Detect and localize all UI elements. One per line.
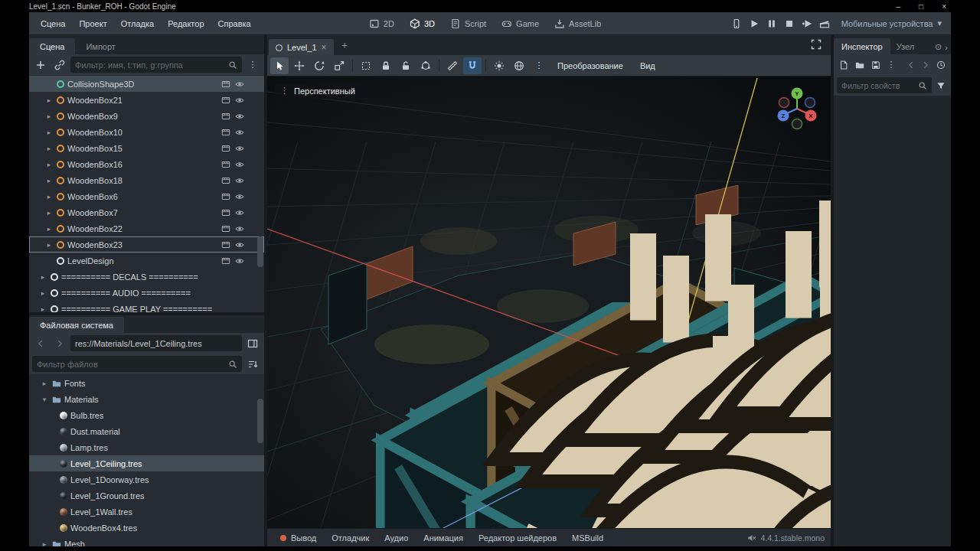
film-icon[interactable] xyxy=(221,80,230,89)
file-sort-button[interactable] xyxy=(244,356,261,373)
expand-arrow[interactable]: ▸ xyxy=(44,209,54,217)
collapse-arrow[interactable]: ▾ xyxy=(40,396,49,403)
property-filter-options-button[interactable] xyxy=(934,77,948,94)
axis-neg-x-ball[interactable] xyxy=(779,98,789,108)
speaker-muted-icon[interactable] xyxy=(747,533,756,543)
tree-row-gameplay-separator[interactable]: ▸ ========== GAME PLAY ========== xyxy=(29,301,264,312)
expand-arrow[interactable]: ▸ xyxy=(40,380,49,387)
menu-project[interactable]: Проект xyxy=(72,16,113,31)
expand-arrow[interactable]: ▸ xyxy=(44,193,54,201)
tree-row-collisionshape3d[interactable]: CollisionShape3D xyxy=(29,76,264,92)
expand-arrow[interactable]: ▸ xyxy=(44,225,54,233)
tree-row-audio-separator[interactable]: ▸ ========== AUDIO ========== xyxy=(29,285,264,301)
axis-neg-z-ball[interactable] xyxy=(805,98,815,108)
tree-row-woodenbox10[interactable]: ▸ WoodenBox10 xyxy=(29,124,264,140)
output-panel-button[interactable]: Вывод xyxy=(273,531,323,545)
tree-row-woodenbox7[interactable]: ▸ WoodenBox7 xyxy=(29,204,264,220)
debugger-panel-button[interactable]: Отладчик xyxy=(325,531,376,545)
film-icon[interactable] xyxy=(221,160,230,169)
eye-icon[interactable] xyxy=(235,144,244,153)
property-filter-input[interactable] xyxy=(841,81,915,90)
tree-row-woodenbox9[interactable]: ▸ WoodenBox9 xyxy=(29,108,264,124)
tab-scene[interactable]: Сцена xyxy=(29,38,75,54)
viewport-3d[interactable]: ⋮ Перспективный xyxy=(267,77,831,528)
view-menu[interactable]: Вид xyxy=(632,58,663,73)
eye-icon[interactable] xyxy=(235,160,244,169)
menu-help[interactable]: Справка xyxy=(211,16,258,31)
instance-scene-button[interactable] xyxy=(51,57,68,73)
tab-node[interactable]: Узел xyxy=(890,38,920,54)
view-axis-gizmo[interactable]: Y X Z xyxy=(773,84,822,133)
inspector-back-button[interactable] xyxy=(905,57,917,73)
tree-row-leveldesign[interactable]: LevelDesign xyxy=(29,253,264,269)
eye-icon[interactable] xyxy=(235,176,244,185)
file-tree-scrollbar[interactable] xyxy=(257,399,263,444)
play-scene-button[interactable] xyxy=(799,15,815,32)
animation-panel-button[interactable]: Анимация xyxy=(416,531,470,545)
shader-editor-panel-button[interactable]: Редактор шейдеров xyxy=(472,531,564,545)
box-select-button[interactable] xyxy=(357,57,375,74)
mode-game-button[interactable]: Game xyxy=(495,15,546,32)
expand-arrow[interactable]: ▸ xyxy=(38,289,47,297)
tab-filesystem[interactable]: Файловая система xyxy=(29,317,124,333)
preview-environment-button[interactable] xyxy=(510,57,528,74)
save-resource-button[interactable] xyxy=(869,57,883,73)
expand-arrow[interactable]: ▸ xyxy=(44,241,54,249)
file-row-bulb[interactable]: Bulb.tres xyxy=(29,407,264,423)
toggle-split-mode-button[interactable] xyxy=(244,335,261,352)
expand-arrow[interactable]: ▸ xyxy=(44,96,54,104)
inspector-history-button[interactable] xyxy=(934,57,948,73)
scene-tree-scrollbar[interactable] xyxy=(257,236,263,267)
minimize-button[interactable]: – xyxy=(897,2,901,11)
eye-icon[interactable] xyxy=(235,192,244,201)
eye-icon[interactable] xyxy=(235,208,244,217)
stop-button[interactable] xyxy=(781,15,798,32)
file-filter-input[interactable] xyxy=(37,360,225,369)
load-resource-button[interactable] xyxy=(853,57,867,73)
film-icon[interactable] xyxy=(221,112,230,121)
eye-icon[interactable] xyxy=(235,112,244,121)
tree-row-woodenbox23[interactable]: ▸ WoodenBox23 xyxy=(29,236,264,253)
mode-assetlib-button[interactable]: AssetLib xyxy=(547,15,608,32)
film-icon[interactable] xyxy=(221,144,230,153)
play-button[interactable] xyxy=(746,15,763,32)
film-icon[interactable] xyxy=(221,224,230,233)
pick-dot-icon[interactable]: ⊙ xyxy=(935,42,942,52)
close-button[interactable]: × xyxy=(942,2,946,11)
eye-icon[interactable] xyxy=(235,96,244,105)
expand-arrow[interactable]: ▸ xyxy=(44,112,54,120)
scale-tool-button[interactable] xyxy=(330,57,348,74)
expand-arrow[interactable]: ▸ xyxy=(38,273,47,281)
file-row-fonts[interactable]: ▸ Fonts xyxy=(29,375,264,391)
file-row-woodenbox4[interactable]: WoodenBox4.tres xyxy=(29,520,264,536)
menu-debug[interactable]: Отладка xyxy=(114,16,161,31)
tab-inspector[interactable]: Инспектор xyxy=(834,38,890,54)
file-row-level1doorway[interactable]: Level_1Doorway.tres xyxy=(29,471,264,487)
select-tool-button[interactable] xyxy=(270,57,289,74)
eye-icon[interactable] xyxy=(235,240,244,249)
expand-arrow[interactable]: ▸ xyxy=(44,145,54,152)
group-node-button[interactable] xyxy=(416,57,435,74)
preview-options-button[interactable]: ⋮ xyxy=(530,57,548,74)
file-row-lamp[interactable]: Lamp.tres xyxy=(29,439,264,455)
tree-row-woodenbox22[interactable]: ▸ WoodenBox22 xyxy=(29,220,264,236)
movie-mode-button[interactable] xyxy=(816,15,833,32)
mode-3d-button[interactable]: 3D xyxy=(403,15,442,32)
move-tool-button[interactable] xyxy=(290,57,309,74)
close-tab-icon[interactable]: × xyxy=(322,43,327,52)
film-icon[interactable] xyxy=(221,176,230,185)
history-forward-button[interactable] xyxy=(51,335,68,352)
eye-icon[interactable] xyxy=(235,224,244,233)
file-row-materials[interactable]: ▾ Materials xyxy=(29,391,264,407)
viewport-3d-scene[interactable] xyxy=(267,77,831,528)
expand-arrow[interactable]: ▸ xyxy=(44,177,54,184)
file-row-level1ground[interactable]: Level_1Ground.tres xyxy=(29,487,264,504)
axis-neg-y-ball[interactable] xyxy=(792,119,802,129)
menu-editor[interactable]: Редактор xyxy=(161,16,211,31)
unlock-node-button[interactable] xyxy=(397,57,415,74)
film-icon[interactable] xyxy=(221,208,230,217)
tree-row-woodenbox16[interactable]: ▸ WoodenBox16 xyxy=(29,156,264,172)
scene-tree-menu-button[interactable]: ⋮ xyxy=(244,57,261,73)
transform-menu[interactable]: Преобразование xyxy=(550,58,631,73)
new-resource-button[interactable] xyxy=(837,57,851,73)
